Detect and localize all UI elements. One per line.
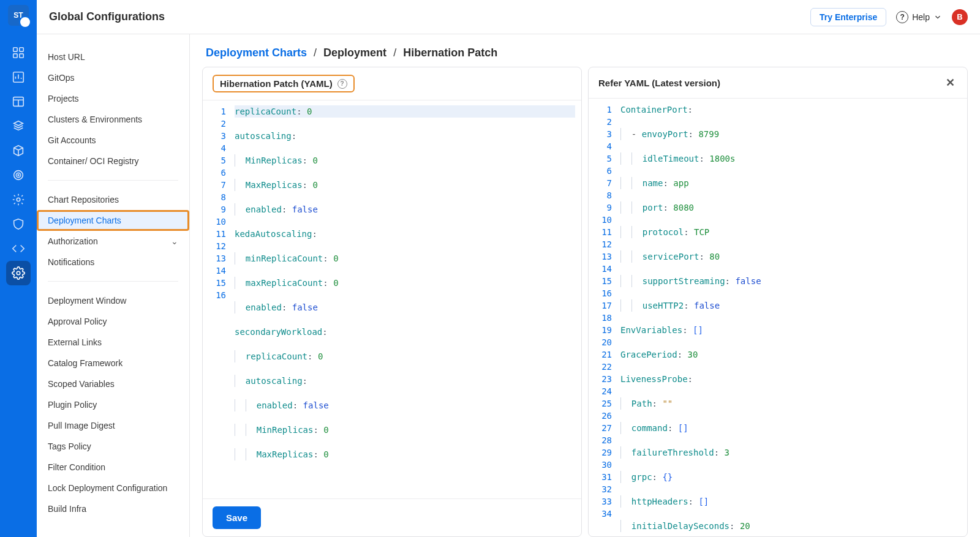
- sidebar-item-label: Notifications: [48, 257, 94, 267]
- sidebar-item-label: Pull Image Digest: [48, 421, 115, 430]
- sidebar-item-label: Catalog Framework: [48, 358, 123, 368]
- sidebar-item-label: Authorization: [48, 236, 98, 246]
- svg-point-6: [14, 171, 23, 180]
- svg-point-9: [17, 198, 20, 201]
- code-line: ContainerPort:: [620, 103, 961, 116]
- sidebar-item-host-url[interactable]: Host URL: [37, 47, 189, 67]
- sidebar-item-label: External Links: [48, 337, 102, 347]
- sidebar-item-label: Build Infra: [48, 504, 86, 514]
- code-line: autoscaling:: [235, 375, 575, 387]
- sidebar-item-label: Chart Repositories: [48, 195, 119, 205]
- sidebar-item-filter-condition[interactable]: Filter Condition: [37, 457, 189, 478]
- code-line: enabled: false: [235, 399, 575, 411]
- config-sidebar: Host URLGitOpsProjectsClusters & Environ…: [37, 34, 190, 537]
- window-icon[interactable]: [6, 89, 31, 114]
- info-icon[interactable]: ?: [337, 79, 347, 89]
- code-line: httpHeaders: []: [620, 495, 961, 508]
- avatar[interactable]: B: [952, 9, 968, 25]
- code-line: GracePeriod: 30: [620, 348, 961, 361]
- close-icon[interactable]: ✕: [943, 75, 957, 91]
- code-line: command: []: [620, 422, 961, 434]
- yaml-editor-title: Hibernation Patch (YAML): [220, 78, 333, 89]
- apps-grid-icon[interactable]: [6, 40, 31, 65]
- sidebar-item-gitops[interactable]: GitOps: [37, 67, 189, 88]
- sidebar-item-pull-image-digest[interactable]: Pull Image Digest: [37, 415, 189, 436]
- main-area: Global Configurations Try Enterprise ? H…: [37, 0, 980, 537]
- sidebar-item-approval-policy[interactable]: Approval Policy: [37, 311, 189, 332]
- sidebar-item-authorization[interactable]: Authorization⌄: [37, 231, 189, 252]
- help-icon: ?: [896, 11, 908, 23]
- sidebar-item-deployment-charts[interactable]: Deployment Charts: [37, 210, 189, 231]
- code-line: LivenessProbe:: [620, 373, 961, 385]
- code-icon[interactable]: [6, 236, 31, 261]
- gear-icon[interactable]: [6, 261, 31, 285]
- save-button[interactable]: Save: [213, 506, 261, 529]
- code-line: servicePort: 80: [620, 250, 961, 263]
- code-line: Path: "": [620, 397, 961, 410]
- svg-rect-2: [13, 54, 17, 58]
- sidebar-item-label: Host URL: [48, 52, 85, 62]
- help-label: Help: [912, 12, 930, 22]
- code-line: MinReplicas: 0: [235, 154, 575, 167]
- code-line: useHTTP2: false: [620, 299, 961, 312]
- shield-icon[interactable]: [6, 212, 31, 236]
- sidebar-item-label: Tags Policy: [48, 441, 91, 451]
- code-line: MinReplicas: 0: [235, 424, 575, 436]
- page-title: Global Configurations: [49, 10, 801, 23]
- code-line: failureThreshold: 3: [620, 446, 961, 459]
- gear-outline-icon[interactable]: [6, 187, 31, 212]
- sidebar-item-tags-policy[interactable]: Tags Policy: [37, 436, 189, 457]
- sidebar-item-projects[interactable]: Projects: [37, 88, 189, 109]
- code-line: MaxReplicas: 0: [235, 448, 575, 460]
- svg-rect-1: [20, 48, 23, 51]
- sidebar-item-label: Lock Deployment Configuration: [48, 483, 167, 493]
- refer-yaml-viewer[interactable]: 1234567891011121314151617181920212223242…: [589, 99, 967, 536]
- svg-rect-0: [13, 48, 17, 51]
- code-line: protocol: TCP: [620, 226, 961, 238]
- sidebar-item-label: GitOps: [48, 73, 75, 83]
- content: Deployment Charts / Deployment / Hiberna…: [190, 34, 980, 537]
- chevron-down-icon: [933, 13, 942, 21]
- help-menu[interactable]: ? Help: [896, 11, 942, 23]
- yaml-editor[interactable]: 12345678910111213141516 replicaCount: 0 …: [203, 100, 581, 498]
- sidebar-item-notifications[interactable]: Notifications: [37, 252, 189, 272]
- code-line: [235, 473, 575, 485]
- sidebar-item-lock-deployment-configuration[interactable]: Lock Deployment Configuration: [37, 478, 189, 498]
- target-icon[interactable]: [6, 163, 31, 187]
- sidebar-item-label: Deployment Window: [48, 296, 126, 306]
- code-line: maxReplicaCount: 0: [235, 277, 575, 289]
- try-enterprise-button[interactable]: Try Enterprise: [810, 8, 886, 26]
- sidebar-item-clusters-environments[interactable]: Clusters & Environments: [37, 109, 189, 130]
- code-line: - envoyPort: 8799: [620, 128, 961, 140]
- sidebar-item-plugin-policy[interactable]: Plugin Policy: [37, 394, 189, 415]
- cube-stack-icon[interactable]: [6, 114, 31, 138]
- chart-icon[interactable]: [6, 65, 31, 89]
- sidebar-item-label: Scoped Variables: [48, 379, 115, 389]
- code-line: supportStreaming: false: [620, 275, 961, 287]
- code-line: replicaCount: 0: [235, 105, 575, 118]
- sidebar-item-catalog-framework[interactable]: Catalog Framework: [37, 353, 189, 374]
- code-line: enabled: false: [235, 301, 575, 314]
- yaml-editor-pane: Hibernation Patch (YAML) ? 1234567891011…: [202, 67, 582, 537]
- sidebar-item-label: Container/ OCI Registry: [48, 156, 139, 166]
- sidebar-item-label: Filter Condition: [48, 462, 105, 472]
- code-line: EnvVariables: []: [620, 324, 961, 336]
- breadcrumb-link[interactable]: Deployment Charts: [206, 47, 307, 59]
- sidebar-item-build-infra[interactable]: Build Infra: [37, 498, 189, 519]
- sidebar-item-git-accounts[interactable]: Git Accounts: [37, 130, 189, 151]
- cube-icon[interactable]: [6, 138, 31, 163]
- svg-point-8: [18, 175, 19, 176]
- sidebar-item-external-links[interactable]: External Links: [37, 332, 189, 353]
- code-line: port: 8080: [620, 201, 961, 214]
- breadcrumb-leaf: Hibernation Patch: [403, 47, 497, 59]
- sidebar-item-scoped-variables[interactable]: Scoped Variables: [37, 374, 189, 394]
- breadcrumb: Deployment Charts / Deployment / Hiberna…: [190, 34, 980, 67]
- sidebar-item-chart-repositories[interactable]: Chart Repositories: [37, 189, 189, 210]
- sidebar-item-container-oci-registry[interactable]: Container/ OCI Registry: [37, 151, 189, 171]
- sidebar-item-deployment-window[interactable]: Deployment Window: [37, 290, 189, 311]
- svg-point-10: [17, 271, 20, 275]
- sidebar-item-label: Deployment Charts: [48, 216, 121, 225]
- app-logo[interactable]: ST: [8, 5, 29, 26]
- code-line: enabled: false: [235, 203, 575, 216]
- code-line: name: app: [620, 177, 961, 189]
